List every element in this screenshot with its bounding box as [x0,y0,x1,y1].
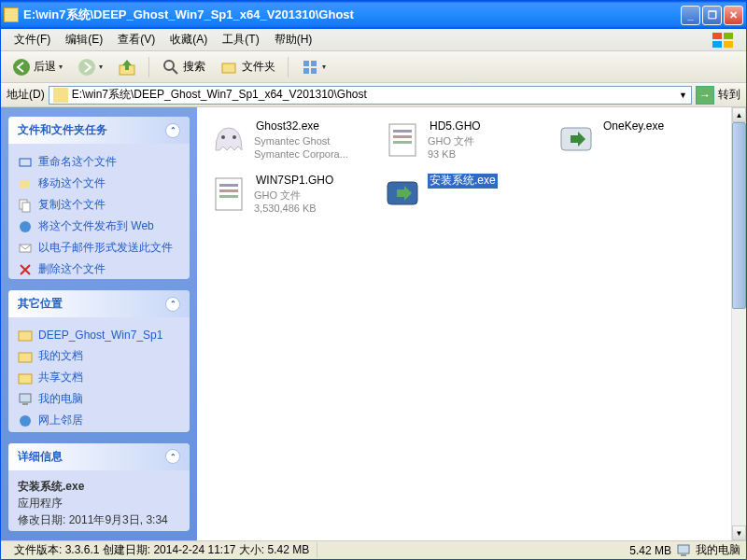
onekey-exe-icon [557,119,596,159]
go-arrow-icon: → [699,89,711,102]
svg-rect-30 [393,135,412,138]
forward-button[interactable]: ▾ [72,55,108,79]
web-icon [18,219,33,234]
task-copy[interactable]: 复制这个文件 [18,194,180,216]
other-places-header[interactable]: 其它位置 ⌃ [8,290,190,317]
svg-rect-12 [303,68,309,74]
computer-icon [677,544,690,557]
address-input[interactable]: E:\win7系统\DEEP_Ghost_Win7_Sp1_x64_V20131… [49,86,692,105]
svg-rect-39 [681,554,686,556]
svg-rect-10 [303,61,309,66]
svg-rect-38 [678,545,689,553]
svg-rect-14 [20,159,31,166]
svg-rect-17 [22,203,30,212]
svg-rect-15 [20,180,29,188]
place-network[interactable]: 网上邻居 [18,410,180,431]
window-title: E:\win7系统\DEEP_Ghost_Win7_Sp1_x64_V20131… [23,7,681,23]
chevron-down-icon: ▾ [99,63,103,71]
task-delete[interactable]: 删除这个文件 [18,259,180,279]
task-email[interactable]: 以电子邮件形式发送此文件 [18,237,180,259]
back-button[interactable]: 后退 ▾ [7,55,68,79]
scroll-down-button[interactable]: ▼ [732,525,746,540]
svg-point-27 [233,135,236,139]
svg-rect-9 [222,63,235,73]
svg-rect-20 [19,331,32,341]
menu-tools[interactable]: 工具(T) [215,32,266,48]
addressbar: 地址(D) E:\win7系统\DEEP_Ghost_Win7_Sp1_x64_… [1,83,746,107]
ghost-exe-icon [209,119,248,159]
move-icon [18,176,33,191]
svg-rect-28 [389,124,416,156]
svg-rect-23 [20,394,31,402]
svg-point-18 [20,221,31,232]
file-item[interactable]: OneKey.exe [554,117,712,163]
vertical-scrollbar[interactable]: ▲ ▼ [731,107,746,540]
menu-file[interactable]: 文件(F) [7,32,58,48]
chevron-up-icon: ⌃ [165,449,180,464]
views-button[interactable]: ▾ [295,55,331,79]
status-size: 5.42 MB [629,544,671,557]
svg-rect-3 [724,41,733,48]
delete-icon [18,262,33,277]
file-item[interactable]: HD5.GHOGHO 文件93 KB [380,117,539,163]
scroll-up-button[interactable]: ▲ [732,107,746,122]
task-rename[interactable]: 重命名这个文件 [18,151,180,173]
go-button[interactable]: → [696,86,714,105]
task-publish[interactable]: 将这个文件发布到 Web [18,216,180,237]
statusbar: 文件版本: 3.3.6.1 创建日期: 2014-2-24 11:17 大小: … [1,540,746,559]
search-icon [162,58,180,77]
file-list[interactable]: Ghost32.exeSymantec GhostSymantec Corpor… [197,107,746,540]
folders-icon [220,58,239,77]
search-button[interactable]: 搜索 [156,55,211,79]
go-label: 转到 [718,87,740,103]
svg-rect-13 [311,68,317,74]
scroll-thumb[interactable] [732,122,746,309]
rename-icon [18,155,33,170]
place-folder[interactable]: DEEP_Ghost_Win7_Sp1 [18,325,180,345]
address-label: 地址(D) [7,87,45,103]
svg-point-26 [221,135,225,139]
minimize-button[interactable]: _ [681,6,700,25]
file-item[interactable]: Ghost32.exeSymantec GhostSymantec Corpor… [206,117,365,163]
svg-rect-33 [216,178,242,210]
close-button[interactable]: ✕ [724,6,743,25]
menu-edit[interactable]: 编辑(E) [58,32,110,48]
search-label: 搜索 [183,59,205,75]
place-computer[interactable]: 我的电脑 [18,388,180,410]
menu-view[interactable]: 查看(V) [110,32,162,48]
gho-file-icon [383,119,422,159]
chevron-down-icon: ▾ [59,63,63,71]
svg-rect-11 [311,61,317,66]
svg-point-4 [13,59,30,76]
details-type: 应用程序 [18,495,180,511]
windows-logo-icon [712,31,740,49]
place-shared[interactable]: 共享文档 [18,367,180,388]
network-icon [18,413,33,428]
details-header[interactable]: 详细信息 ⌃ [8,443,190,470]
documents-icon [18,349,33,364]
file-item-selected[interactable]: 安装系统.exe [380,171,539,217]
chevron-down-icon[interactable]: ▼ [679,91,687,100]
menu-help[interactable]: 帮助(H) [267,32,320,48]
svg-rect-24 [22,403,28,405]
tasks-panel-title: 文件和文件夹任务 [18,122,107,138]
sidebar: 文件和文件夹任务 ⌃ 重命名这个文件 移动这个文件 复制这个文件 将这个文件发布… [1,107,197,540]
svg-point-5 [78,59,95,76]
maximize-button[interactable]: ❐ [702,6,722,25]
menu-favorites[interactable]: 收藏(A) [162,32,215,48]
up-button[interactable] [112,55,142,79]
folders-button[interactable]: 文件夹 [215,55,281,79]
views-icon [301,58,319,77]
svg-rect-31 [393,141,412,144]
tasks-panel-header[interactable]: 文件和文件夹任务 ⌃ [8,117,190,144]
copy-icon [18,198,33,213]
folder-icon [4,7,19,22]
file-item[interactable]: WIN7SP1.GHOGHO 文件3,530,486 KB [206,171,365,217]
tasks-panel: 文件和文件夹任务 ⌃ 重命名这个文件 移动这个文件 复制这个文件 将这个文件发布… [8,117,190,279]
up-folder-icon [118,58,136,77]
details-filename: 安装系统.exe [18,478,180,495]
place-documents[interactable]: 我的文档 [18,345,180,367]
titlebar[interactable]: E:\win7系统\DEEP_Ghost_Win7_Sp1_x64_V20131… [1,1,746,29]
other-places-title: 其它位置 [18,296,63,312]
task-move[interactable]: 移动这个文件 [18,173,180,194]
